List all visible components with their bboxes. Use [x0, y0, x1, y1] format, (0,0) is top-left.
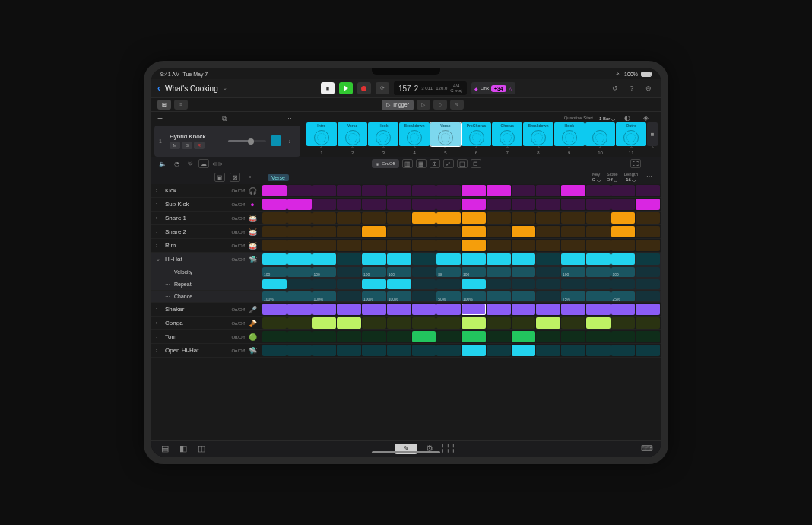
track-expand-icon[interactable]: › — [284, 135, 296, 148]
substep[interactable] — [387, 279, 411, 289]
step[interactable] — [387, 253, 411, 265]
mixer-icon[interactable]: ╎╎╎ — [442, 443, 454, 455]
cycle-button[interactable]: ⟳ — [376, 82, 389, 94]
step[interactable] — [436, 226, 461, 237]
step[interactable] — [412, 185, 436, 196]
play-button[interactable] — [339, 82, 353, 94]
step[interactable] — [561, 226, 585, 237]
substep[interactable] — [487, 291, 511, 301]
substep[interactable]: 25% — [611, 291, 636, 301]
substep[interactable] — [536, 291, 560, 301]
row-instrument-icon[interactable]: 🛸 — [248, 346, 257, 355]
scene-cell[interactable]: Outro — [616, 123, 646, 146]
substep[interactable] — [412, 291, 436, 301]
row-instrument-icon[interactable]: 🪘 — [248, 319, 257, 328]
step[interactable] — [412, 345, 436, 356]
fit-icon[interactable]: ⛶ — [630, 159, 641, 168]
step[interactable] — [487, 253, 511, 265]
step[interactable] — [512, 345, 536, 356]
step[interactable] — [561, 331, 585, 342]
step[interactable] — [387, 199, 411, 210]
length-param[interactable]: Length16 ◡ — [624, 172, 638, 183]
substep[interactable] — [536, 267, 560, 277]
step[interactable] — [362, 331, 386, 342]
step[interactable] — [611, 240, 636, 251]
step[interactable] — [337, 212, 361, 224]
step[interactable] — [337, 253, 361, 265]
step[interactable] — [387, 304, 411, 315]
step[interactable] — [362, 212, 386, 224]
row-name[interactable]: Shaker — [165, 306, 228, 313]
step[interactable] — [337, 199, 361, 210]
substep[interactable] — [487, 279, 511, 289]
row-toggle[interactable]: On/Off — [231, 189, 245, 193]
step[interactable] — [262, 240, 287, 251]
row-instrument-icon[interactable]: 🛸 — [248, 255, 257, 264]
scene-cell[interactable]: Verse — [430, 123, 461, 146]
row-name[interactable]: Conga — [165, 320, 228, 326]
row-instrument-icon[interactable]: 🎤 — [248, 305, 257, 314]
step[interactable] — [611, 331, 636, 342]
row-toggle[interactable]: On/Off — [231, 202, 245, 207]
step[interactable] — [487, 304, 511, 315]
mute-button[interactable]: M — [170, 142, 180, 149]
history-icon[interactable]: ↺ — [609, 82, 621, 94]
scene-cell[interactable]: Intro — [306, 123, 337, 146]
step[interactable] — [636, 226, 660, 237]
step[interactable] — [636, 185, 660, 196]
row-toggle[interactable]: On/Off — [231, 257, 245, 262]
step[interactable] — [586, 331, 611, 342]
step[interactable] — [561, 304, 585, 315]
back-button[interactable]: ‹ — [157, 83, 160, 94]
scene-cell[interactable]: Hook — [368, 123, 398, 146]
step[interactable] — [262, 226, 287, 237]
step[interactable] — [412, 199, 436, 210]
step[interactable] — [312, 199, 337, 210]
step[interactable] — [262, 199, 287, 210]
substep[interactable] — [586, 267, 611, 277]
row-instrument-icon[interactable]: 🥁 — [248, 241, 257, 250]
step[interactable] — [536, 185, 560, 196]
step[interactable] — [436, 317, 461, 329]
loop-mode-icon[interactable]: ○ — [433, 100, 447, 110]
step[interactable] — [536, 331, 560, 342]
step[interactable] — [536, 345, 560, 356]
step[interactable] — [436, 253, 461, 265]
step[interactable] — [312, 212, 337, 224]
row-toggle[interactable]: On/Off — [231, 321, 245, 326]
scene-cell[interactable]: Hook — [554, 123, 585, 146]
step[interactable] — [337, 345, 361, 356]
step[interactable] — [387, 331, 411, 342]
project-menu-chevron-icon[interactable]: ⌄ — [223, 85, 227, 91]
disclosure-icon[interactable]: › — [156, 188, 162, 193]
row-name[interactable]: Rim — [165, 242, 228, 249]
step[interactable] — [561, 345, 585, 356]
link-box[interactable]: ◆ Link +34 △ — [471, 82, 515, 94]
step[interactable] — [611, 199, 636, 210]
step[interactable] — [362, 185, 386, 196]
track-row[interactable]: 1 Hybrid Knock M S R › — [154, 126, 300, 157]
step[interactable] — [462, 199, 486, 210]
row-toggle[interactable]: On/Off — [231, 216, 245, 221]
pan-icon[interactable]: ⊂⊃ — [212, 159, 223, 168]
step[interactable] — [512, 199, 536, 210]
row-name[interactable]: Snare 1 — [165, 215, 228, 221]
step[interactable] — [487, 212, 511, 224]
step[interactable] — [412, 212, 436, 224]
step[interactable] — [312, 253, 337, 265]
substep[interactable]: 100% — [362, 291, 386, 301]
step[interactable] — [487, 240, 511, 251]
substep[interactable]: 75% — [561, 291, 585, 301]
substep[interactable]: 100 — [462, 267, 486, 277]
step[interactable] — [436, 199, 461, 210]
step[interactable] — [287, 253, 312, 265]
step[interactable] — [487, 331, 511, 342]
grid-view-button[interactable]: ⊞ — [157, 100, 171, 110]
track-menu-icon[interactable]: ⋯ — [285, 113, 297, 125]
subrow-menu-icon[interactable]: ⋯ — [165, 294, 171, 300]
step[interactable] — [436, 304, 461, 315]
trigger-mode-button[interactable]: ▷ Trigger — [382, 100, 414, 110]
step[interactable] — [536, 212, 560, 224]
row-toggle[interactable]: On/Off — [231, 307, 245, 312]
step[interactable] — [312, 185, 337, 196]
